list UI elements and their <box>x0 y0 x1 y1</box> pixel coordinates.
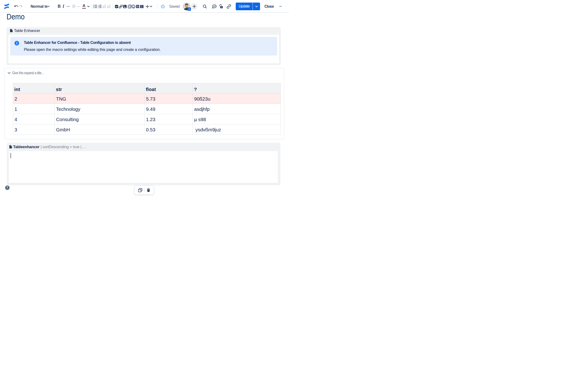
svg-text:3: 3 <box>98 7 98 8</box>
